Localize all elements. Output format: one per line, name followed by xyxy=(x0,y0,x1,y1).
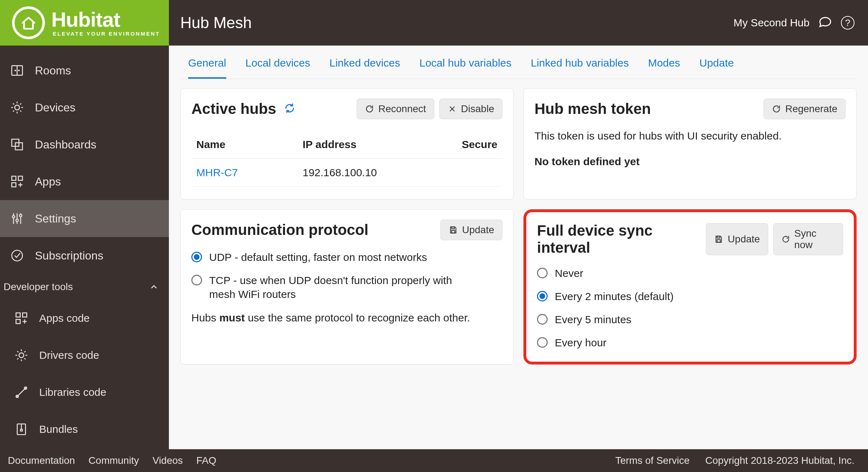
protocol-update-button[interactable]: Update xyxy=(440,220,502,240)
sidebar-item-apps-code[interactable]: Apps code xyxy=(0,300,169,337)
close-icon xyxy=(448,104,457,114)
radio-icon xyxy=(537,337,548,348)
card-title: Hub mesh token xyxy=(534,100,651,117)
svg-point-4 xyxy=(15,105,19,110)
rooms-icon xyxy=(10,63,24,78)
protocol-card: Communication protocol Update UDP - defa… xyxy=(180,209,513,365)
regenerate-button[interactable]: Regenerate xyxy=(764,99,846,119)
sync-interval-card: Full device sync interval Update Sync no… xyxy=(523,209,857,365)
tab-general[interactable]: General xyxy=(188,48,226,79)
svg-line-38 xyxy=(24,358,25,359)
sidebar-item-devices[interactable]: Devices xyxy=(0,89,169,126)
dev-header-label: Developer tools xyxy=(4,281,73,293)
protocol-option-udp[interactable]: UDP - default setting, faster on most ne… xyxy=(191,250,502,264)
radio-icon xyxy=(191,275,202,285)
dashboards-icon xyxy=(10,137,24,152)
sidebar-item-apps[interactable]: Apps xyxy=(0,163,169,200)
svg-line-9 xyxy=(13,103,14,104)
svg-point-32 xyxy=(19,353,24,357)
tab-linked-hub-variables[interactable]: Linked hub variables xyxy=(531,48,629,79)
tabs: General Local devices Linked devices Loc… xyxy=(180,48,857,79)
hub-name[interactable]: My Second Hub xyxy=(734,17,810,29)
svg-rect-16 xyxy=(18,176,22,180)
sync-option-hour[interactable]: Every hour xyxy=(537,336,843,350)
chat-icon[interactable] xyxy=(818,15,832,31)
svg-line-12 xyxy=(20,103,21,104)
sync-now-button[interactable]: Sync now xyxy=(773,223,843,255)
hub-ip: 192.168.100.10 xyxy=(303,167,444,179)
apps-code-icon xyxy=(14,311,29,325)
footer-terms[interactable]: Terms of Service xyxy=(615,455,690,466)
protocol-option-tcp[interactable]: TCP - use when UDP doesn't function prop… xyxy=(191,273,502,301)
tab-local-hub-variables[interactable]: Local hub variables xyxy=(419,48,512,79)
refresh-icon[interactable] xyxy=(284,100,295,117)
svg-rect-27 xyxy=(16,313,20,317)
svg-rect-28 xyxy=(22,313,27,317)
help-icon[interactable]: ? xyxy=(841,16,854,30)
tab-linked-devices[interactable]: Linked devices xyxy=(330,48,400,79)
footer-link-faq[interactable]: FAQ xyxy=(196,455,216,466)
card-title: Communication protocol xyxy=(191,221,368,238)
apps-icon xyxy=(10,174,24,189)
hub-name-link[interactable]: MHR-C7 xyxy=(196,167,303,179)
radio-icon xyxy=(537,291,548,301)
disable-button[interactable]: Disable xyxy=(439,99,502,119)
sync-option-2min[interactable]: Every 2 minutes (default) xyxy=(537,289,843,303)
radio-icon xyxy=(537,268,548,278)
tab-update[interactable]: Update xyxy=(699,48,734,79)
footer-copyright: Copyright 2018-2023 Hubitat, Inc. xyxy=(705,455,854,466)
col-name: Name xyxy=(196,138,303,151)
col-ip: IP address xyxy=(303,138,444,151)
sidebar-item-rooms[interactable]: Rooms xyxy=(0,52,169,89)
tab-modes[interactable]: Modes xyxy=(648,48,680,79)
reconnect-button[interactable]: Reconnect xyxy=(357,99,434,119)
sidebar-item-dashboards[interactable]: Dashboards xyxy=(0,126,169,163)
sidebar-item-bundles[interactable]: Bundles xyxy=(0,411,169,448)
footer-link-community[interactable]: Community xyxy=(88,455,139,466)
sync-option-never[interactable]: Never xyxy=(537,266,843,280)
sidebar-item-libraries-code[interactable]: Libraries code xyxy=(0,374,169,411)
sidebar-item-settings[interactable]: Settings xyxy=(0,200,169,237)
sidebar-item-label: Subscriptions xyxy=(35,249,103,262)
protocol-note: Hubs must use the same protocol to recog… xyxy=(191,312,502,324)
regenerate-icon xyxy=(772,104,781,114)
bulb-icon xyxy=(10,100,24,115)
active-hubs-table: Name IP address Secure MHR-C7 192.168.10… xyxy=(191,131,502,187)
token-desc: This token is used for hubs with UI secu… xyxy=(534,129,846,143)
sidebar-item-drivers-code[interactable]: Drivers code xyxy=(0,337,169,374)
svg-point-25 xyxy=(20,214,22,217)
footer: Documentation Community Videos FAQ Terms… xyxy=(0,449,868,472)
table-row: MHR-C7 192.168.100.10 xyxy=(191,159,502,187)
svg-rect-51 xyxy=(717,240,720,242)
sliders-icon xyxy=(10,211,24,226)
sidebar-item-label: Rooms xyxy=(35,64,71,77)
sidebar-item-label: Bundles xyxy=(39,423,78,435)
sidebar-item-label: Dashboards xyxy=(35,138,97,151)
svg-point-2 xyxy=(15,70,16,71)
svg-line-40 xyxy=(24,351,25,352)
drivers-code-icon xyxy=(14,348,29,362)
developer-tools-toggle[interactable]: Developer tools xyxy=(0,274,169,300)
chevron-up-icon xyxy=(149,282,159,292)
sidebar-item-label: Devices xyxy=(35,101,76,114)
svg-rect-15 xyxy=(12,176,16,180)
hub-secure xyxy=(444,167,497,179)
footer-link-videos[interactable]: Videos xyxy=(153,455,183,466)
footer-link-docs[interactable]: Documentation xyxy=(8,455,75,466)
topbar: Hub Mesh My Second Hub ? xyxy=(169,0,868,46)
page-title: Hub Mesh xyxy=(180,14,252,32)
sidebar-item-subscriptions[interactable]: Subscriptions xyxy=(0,237,169,274)
tab-local-devices[interactable]: Local devices xyxy=(246,48,310,79)
svg-point-3 xyxy=(19,70,19,71)
sync-update-button[interactable]: Update xyxy=(706,223,768,255)
tools-icon xyxy=(14,385,29,399)
brand-name: Hubitat xyxy=(51,9,160,30)
sidebar-item-label: Apps code xyxy=(39,312,90,324)
sync-option-5min[interactable]: Every 5 minutes xyxy=(537,313,843,326)
sidebar: Hubitat ELEVATE YOUR ENVIRONMENT Rooms D… xyxy=(0,0,169,472)
sidebar-item-label: Apps xyxy=(35,175,61,188)
token-status: No token defined yet xyxy=(534,154,846,169)
svg-rect-29 xyxy=(16,319,20,324)
col-secure: Secure xyxy=(444,138,497,151)
logo[interactable]: Hubitat ELEVATE YOUR ENVIRONMENT xyxy=(0,0,169,46)
